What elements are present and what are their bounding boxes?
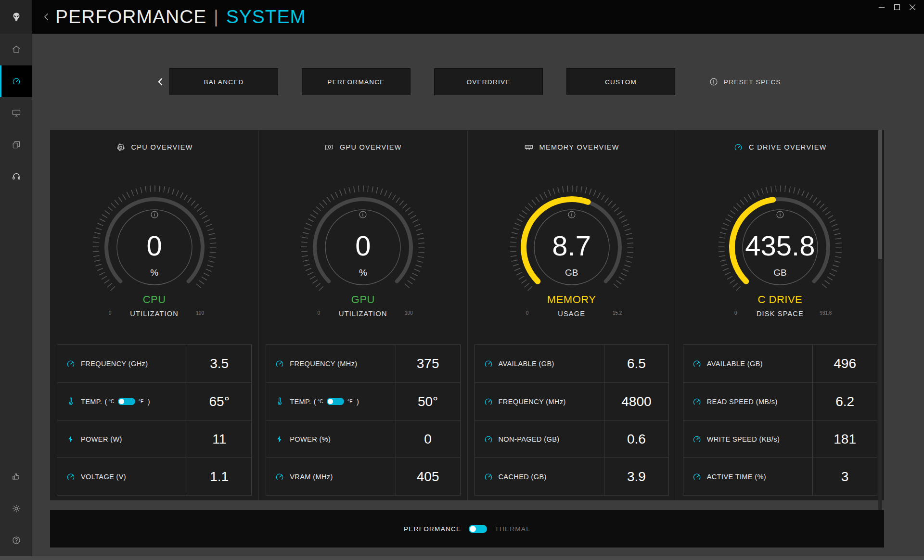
help-icon: [12, 535, 21, 545]
stat-label-cell: AVAILABLE (GB): [683, 345, 813, 382]
preset-tab-custom[interactable]: CUSTOM: [566, 68, 675, 95]
temp-unit-celsius: °C: [318, 399, 323, 404]
stat-label: AVAILABLE (GB): [707, 360, 763, 368]
preset-tab-performance[interactable]: PERFORMANCE: [302, 68, 411, 95]
info-icon: [567, 210, 577, 219]
performance-mode-label[interactable]: PERFORMANCE: [404, 525, 461, 533]
stat-value: 4800: [604, 383, 668, 420]
stat-label: WRITE SPEED (KB/s): [707, 435, 780, 443]
sidebar-item-home[interactable]: [0, 34, 32, 65]
stat-label-cell: FREQUENCY (MHz): [475, 383, 605, 420]
display-icon: [12, 108, 21, 118]
paren-open: (: [314, 398, 316, 406]
sidebar-item-settings[interactable]: [0, 493, 32, 524]
temp-unit-toggle[interactable]: [118, 398, 135, 405]
stat-label: POWER (W): [81, 435, 122, 443]
library-icon: [12, 140, 21, 150]
stat-label: POWER (%): [290, 435, 331, 443]
performance-gauge-icon: [12, 76, 21, 86]
performance-thermal-toggle[interactable]: [469, 525, 487, 533]
sidebar-item-feedback[interactable]: [0, 461, 32, 493]
preset-tabs: BALANCEDPERFORMANCEOVERDRIVECUSTOM: [169, 68, 675, 95]
alienware-logo: [0, 0, 32, 34]
stat-row: AVAILABLE (GB)6.5: [475, 345, 668, 382]
stat-row: NON-PAGED (GB)0.6: [475, 420, 668, 458]
stat-value: 3: [813, 458, 877, 495]
close-icon: [908, 2, 917, 12]
chevron-left-icon: [156, 77, 166, 87]
gauge-icon: [692, 434, 702, 444]
bolt-icon: [275, 434, 284, 444]
preset-tab-overdrive[interactable]: OVERDRIVE: [434, 68, 543, 95]
paren-open: (: [104, 398, 107, 406]
gauge-info-button[interactable]: [358, 210, 368, 219]
gauge: 0%GPUUTILIZATION0100: [295, 180, 430, 324]
preset-specs-button[interactable]: PRESET SPECS: [709, 77, 781, 87]
gauge-unit: GB: [504, 267, 639, 278]
info-icon: [709, 77, 719, 87]
sidebar-item-display[interactable]: [0, 97, 32, 129]
sidebar-item-audio[interactable]: [0, 161, 32, 192]
gauge-icon: [484, 434, 493, 444]
thermal-mode-label[interactable]: THERMAL: [495, 525, 530, 533]
gauge-icon: [484, 472, 493, 482]
panel-c-drive-overview: C DRIVE OVERVIEW 435.8GBC DRIVEDISK SPAC…: [676, 130, 884, 500]
page-title-primary: PERFORMANCE: [55, 6, 206, 27]
toggle-knob: [470, 526, 476, 532]
stat-label: TEMP.: [81, 398, 102, 406]
stat-value: 65°: [187, 383, 251, 420]
panel-header-memory-overview: MEMORY OVERVIEW: [468, 130, 676, 152]
system-overview-panel: CPU OVERVIEW 0%CPUUTILIZATION0100FREQUEN…: [50, 130, 884, 500]
stat-row: AVAILABLE (GB)496: [683, 345, 877, 382]
chevron-left-icon: [42, 12, 51, 22]
sidebar-top-group: [0, 34, 32, 192]
scrollbar-thumb[interactable]: [878, 130, 882, 259]
gauge-unit: %: [87, 267, 222, 278]
stat-label: AVAILABLE (GB): [499, 360, 554, 368]
bottom-edge-strip: [0, 556, 924, 560]
stat-label: FREQUENCY (GHz): [81, 360, 148, 368]
gauge: 0%CPUUTILIZATION0100: [87, 180, 222, 324]
maximize-button[interactable]: [889, 1, 905, 13]
gauge-icon: [275, 359, 284, 369]
preset-specs-label: PRESET SPECS: [724, 78, 781, 86]
stat-row: WRITE SPEED (KB/s)181: [683, 420, 877, 458]
stat-label-cell: ACTIVE TIME (%): [683, 458, 813, 495]
gauge-icon: [692, 472, 702, 482]
sidebar-item-help[interactable]: [0, 524, 32, 556]
stat-value: 496: [813, 345, 877, 382]
close-button[interactable]: [905, 1, 920, 13]
paren-close: ): [148, 398, 150, 406]
settings-gear-icon: [12, 504, 21, 513]
stat-label-cell: AVAILABLE (GB): [475, 345, 605, 382]
cpu-chip-icon: [116, 142, 126, 152]
vertical-scrollbar[interactable]: [878, 130, 882, 547]
gauge-icon: [66, 359, 76, 369]
thermometer-icon: [66, 397, 76, 407]
info-icon: [775, 210, 785, 219]
stat-label: READ SPEED (MB/s): [707, 398, 778, 406]
temp-toggle-knob: [328, 399, 333, 404]
gauge-min-value: 0: [301, 310, 336, 316]
stat-value: 375: [396, 345, 460, 382]
gpu-card-icon: [324, 142, 334, 152]
stat-label-cell: CACHED (GB): [475, 458, 605, 495]
thermometer-icon: [275, 397, 284, 407]
stat-label-cell: VRAM (MHz): [266, 458, 396, 495]
stat-label: NON-PAGED (GB): [499, 435, 560, 443]
back-button[interactable]: [42, 12, 51, 22]
presets-back-button[interactable]: [156, 77, 166, 87]
minimize-button[interactable]: [874, 1, 889, 13]
preset-tab-balanced[interactable]: BALANCED: [169, 68, 278, 95]
memory-icon: [524, 142, 534, 152]
sidebar-item-library[interactable]: [0, 129, 32, 161]
stat-label-cell: POWER (W): [57, 420, 187, 458]
page-title-secondary: SYSTEM: [226, 6, 306, 27]
gauge-info-button[interactable]: [775, 210, 785, 219]
gauge-info-button[interactable]: [150, 210, 159, 219]
sidebar-item-performance[interactable]: [0, 65, 32, 97]
gauge-info-button[interactable]: [567, 210, 577, 219]
temp-unit-toggle[interactable]: [327, 398, 344, 405]
stat-label: VRAM (MHz): [290, 473, 333, 481]
thumbs-up-icon: [12, 472, 21, 482]
